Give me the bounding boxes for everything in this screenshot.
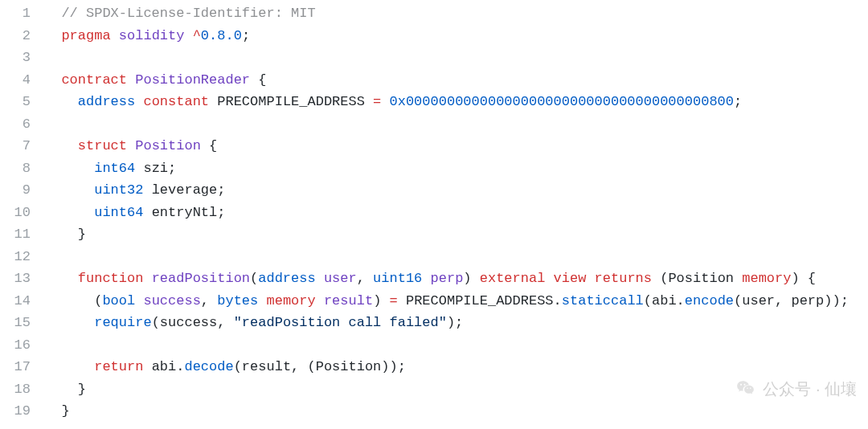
- code-token: {: [201, 138, 217, 153]
- code-token: (: [652, 271, 668, 286]
- code-token: [45, 315, 94, 330]
- code-token: (: [45, 293, 102, 308]
- code-token: =: [373, 94, 381, 109]
- code-token: (result, (Position));: [234, 359, 406, 374]
- code-token: PositionReader: [135, 72, 250, 88]
- code-line[interactable]: [45, 246, 868, 268]
- code-token: PRECOMPILE_ADDRESS: [217, 94, 365, 109]
- code-token: [316, 271, 324, 286]
- code-token: encode: [685, 293, 734, 308]
- code-line[interactable]: uint32 leverage;: [45, 179, 868, 202]
- code-token: int64: [94, 161, 135, 176]
- code-line[interactable]: address constant PRECOMPILE_ADDRESS = 0x…: [45, 91, 868, 113]
- code-token: view: [554, 271, 587, 286]
- code-line[interactable]: [45, 334, 868, 357]
- code-token: bytes: [217, 293, 258, 308]
- code-line[interactable]: return abi.decode(result, (Position));: [45, 356, 868, 378]
- line-number: 15: [0, 312, 45, 334]
- code-token: [45, 6, 61, 21]
- code-token: (success,: [152, 315, 234, 330]
- code-line[interactable]: pragma solidity ^0.8.0;: [45, 25, 868, 47]
- code-token: contract: [61, 72, 127, 88]
- line-number: 6: [0, 113, 45, 136]
- code-token: [135, 94, 143, 109]
- code-token: success: [143, 293, 200, 308]
- code-token: require: [94, 315, 151, 330]
- code-token: [45, 161, 94, 176]
- code-token: {: [250, 72, 266, 88]
- code-token: [381, 94, 389, 109]
- code-token: [45, 205, 94, 220]
- code-token: (abi.: [644, 293, 685, 308]
- line-number: 12: [0, 246, 45, 268]
- code-token: );: [447, 315, 463, 330]
- code-token: struct: [78, 138, 127, 153]
- code-line[interactable]: function readPosition(address user, uint…: [45, 268, 868, 290]
- code-line[interactable]: struct Position {: [45, 135, 868, 157]
- code-line[interactable]: }: [45, 378, 868, 401]
- line-number: 17: [0, 356, 45, 378]
- code-token: szi;: [135, 161, 176, 176]
- code-token: bool: [102, 293, 135, 308]
- line-number: 18: [0, 378, 45, 401]
- line-number: 4: [0, 69, 45, 92]
- code-line[interactable]: int64 szi;: [45, 157, 868, 180]
- code-token: memory: [266, 293, 315, 308]
- code-token: (user, perp));: [734, 293, 849, 308]
- line-number: 13: [0, 268, 45, 290]
- code-line[interactable]: uint64 entryNtl;: [45, 202, 868, 224]
- code-token: perp: [431, 271, 464, 286]
- line-number: 5: [0, 91, 45, 113]
- line-number: 16: [0, 334, 45, 357]
- code-token: [45, 94, 78, 109]
- code-line[interactable]: contract PositionReader {: [45, 69, 868, 92]
- code-token: uint64: [94, 205, 143, 220]
- code-token: external: [480, 271, 546, 286]
- code-token: [135, 293, 143, 308]
- code-token: PRECOMPILE_ADDRESS.: [398, 293, 562, 308]
- code-token: [422, 271, 430, 286]
- code-editor: 12345678910111213141516171819 // SPDX-Li…: [0, 0, 868, 429]
- code-token: [45, 28, 61, 43]
- code-token: [45, 138, 78, 153]
- code-token: return: [94, 359, 143, 374]
- code-token: [365, 94, 373, 109]
- code-line[interactable]: [45, 113, 868, 136]
- code-token: }: [45, 227, 86, 242]
- code-token: [127, 138, 135, 153]
- code-token: [316, 293, 324, 308]
- code-token: (: [250, 271, 258, 286]
- code-token: 0.8.0: [201, 28, 242, 43]
- code-line[interactable]: // SPDX-License-Identifier: MIT: [45, 2, 868, 25]
- code-token: abi.: [143, 359, 184, 374]
- code-token: [734, 271, 742, 286]
- code-line[interactable]: }: [45, 223, 868, 246]
- code-token: [184, 28, 192, 43]
- code-token: ^: [193, 28, 201, 43]
- line-number: 2: [0, 25, 45, 47]
- code-token: entryNtl;: [143, 205, 225, 220]
- code-token: Position: [135, 138, 201, 153]
- line-number: 11: [0, 223, 45, 246]
- code-token: address: [78, 94, 135, 109]
- code-token: pragma: [61, 28, 110, 43]
- code-line[interactable]: require(success, "readPosition call fail…: [45, 312, 868, 334]
- code-token: [127, 72, 135, 88]
- code-token: ,: [357, 271, 373, 286]
- code-line[interactable]: [45, 47, 868, 69]
- code-token: solidity: [119, 28, 185, 43]
- code-token: result: [324, 293, 373, 308]
- line-number: 10: [0, 202, 45, 224]
- code-line[interactable]: (bool success, bytes memory result) = PR…: [45, 290, 868, 313]
- code-token: [545, 271, 553, 286]
- code-area[interactable]: // SPDX-License-Identifier: MIT pragma s…: [45, 0, 868, 429]
- code-token: memory: [742, 271, 791, 286]
- code-token: staticcall: [562, 293, 644, 308]
- code-token: [45, 72, 61, 88]
- line-number: 19: [0, 400, 45, 423]
- code-token: ): [373, 293, 389, 308]
- code-token: uint16: [373, 271, 422, 286]
- code-token: decode: [184, 359, 233, 374]
- code-line[interactable]: }: [45, 400, 868, 423]
- code-token: [45, 271, 78, 286]
